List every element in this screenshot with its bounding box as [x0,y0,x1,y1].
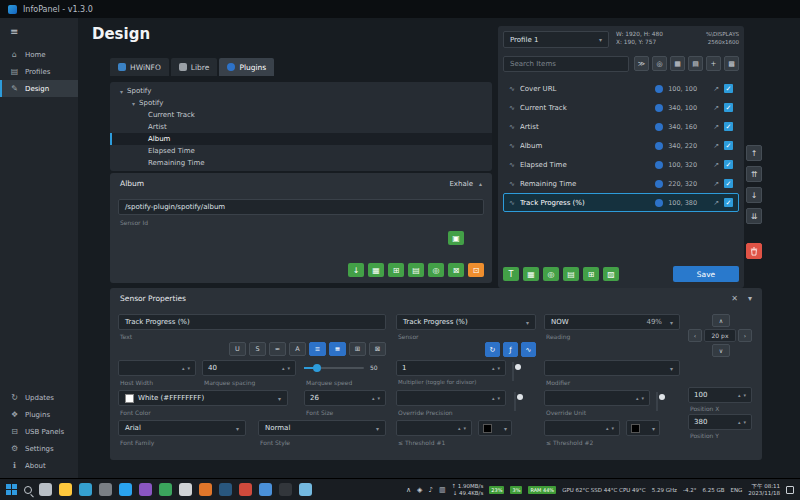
nudge-right-button[interactable]: › [738,329,752,342]
item-visible-checkbox[interactable] [724,160,733,169]
stepper-arrows-icon[interactable] [492,365,500,371]
sidebar-item-about[interactable]: ℹ About [0,457,78,474]
toolbar-button[interactable]: + [706,56,721,71]
tray-expand-icon[interactable]: ∧ [406,486,411,494]
host-width-stepper[interactable] [118,360,196,376]
sensor-action-button-warning[interactable]: ⊡ [468,263,484,277]
move-to-bottom-button[interactable]: ⇊ [746,208,762,224]
tab-plugins[interactable]: Plugins [219,58,274,76]
link-icon[interactable]: ↗ [713,104,719,112]
item-visible-checkbox[interactable] [724,84,733,93]
nudge-down-button[interactable]: ∨ [712,344,730,357]
sidebar-item-plugins[interactable]: ❖ Plugins [0,406,78,423]
tree-node-current-track[interactable]: Current Track [110,109,492,121]
move-up-button[interactable]: ↑ [746,145,762,161]
notification-center-icon[interactable] [786,486,794,494]
list-item[interactable]: ∿ Elapsed Time 100, 320 ↗ [503,155,739,174]
taskbar-app-icon[interactable] [199,483,212,496]
chevron-down-icon[interactable]: ▾ [132,100,135,107]
sensor-action-button[interactable]: ▦ [368,263,384,277]
toolbar-button[interactable]: ▤ [688,56,703,71]
close-icon[interactable]: ✕ [731,294,738,303]
add-item-button[interactable]: ▦ [523,267,539,281]
toolbar-button[interactable]: ≫ [634,56,649,71]
link-icon[interactable]: ↗ [713,123,719,131]
add-item-button[interactable]: ⊞ [583,267,599,281]
sensor-action-button[interactable]: ↓ [348,263,364,277]
underline-button[interactable]: U [229,342,246,356]
item-visible-checkbox[interactable] [724,141,733,150]
stepper-arrows-icon[interactable] [282,365,290,371]
sidebar-item-updates[interactable]: ↻ Updates [0,389,78,406]
list-item[interactable]: ∿ Remaining Time 220, 320 ↗ [503,174,739,193]
tray-icon[interactable]: ♪ [428,486,432,494]
tree-node-spotify[interactable]: ▾ Spotify [110,97,492,109]
sensor-id-input[interactable]: /spotify-plugin/spotify/album [118,199,484,215]
sensor-action-button[interactable]: ▤ [408,263,424,277]
add-item-button[interactable]: T [503,267,519,281]
add-item-button[interactable]: ▨ [603,267,619,281]
add-item-button[interactable]: ◎ [543,267,559,281]
delete-item-button[interactable] [746,243,762,259]
move-to-top-button[interactable]: ⇈ [746,166,762,182]
stepper-arrows-icon[interactable] [372,395,380,401]
taskbar-app-icon[interactable] [299,483,312,496]
taskbar-app-icon[interactable] [99,483,112,496]
taskbar-app-icon[interactable] [119,483,132,496]
reading-select[interactable]: NOW 49% [544,314,680,330]
sidebar-item-usb-panels[interactable]: ⊟ USB Panels [0,423,78,440]
refresh-sensor-button[interactable]: ↻ [485,342,500,357]
list-item-selected[interactable]: ∿ Track Progress (%) 100, 380 ↗ [503,193,739,212]
taskbar-app-icon[interactable] [79,483,92,496]
graph-button[interactable]: ∿ [521,342,536,357]
titlebar[interactable]: InfoPanel - v1.3.0 [0,0,800,18]
list-item[interactable]: ∿ Cover URL 100, 100 ↗ [503,79,739,98]
chevron-down-icon[interactable]: ▾ [120,88,123,95]
sidebar-item-settings[interactable]: ⚙ Settings [0,440,78,457]
stepper-arrows-icon[interactable] [738,392,746,398]
link-icon[interactable]: ↗ [713,161,719,169]
taskbar-app-icon[interactable] [219,483,232,496]
taskbar-search-icon[interactable] [24,486,32,494]
font-size-stepper[interactable]: 26 [304,390,386,406]
marquee-button[interactable]: ≈ [269,342,286,356]
sidebar-item-design[interactable]: ✎ Design [0,80,78,97]
threshold2-stepper[interactable] [544,420,620,436]
chevron-up-icon[interactable]: ▴ [479,180,482,187]
override-unit-toggle[interactable] [656,391,658,412]
task-view-icon[interactable] [39,483,52,496]
font-family-select[interactable]: Arial [118,420,246,436]
network-speed-monitor[interactable]: ↑ 1.90MB/s ↓ 49.4KB/s [452,483,484,497]
override-precision-toggle[interactable] [514,391,516,412]
nudge-left-button[interactable]: ‹ [688,329,702,342]
link-icon[interactable]: ↗ [713,142,719,150]
position-y-stepper[interactable]: 380 [688,414,752,430]
tab-libre[interactable]: Libre [171,58,218,76]
tree-node-artist[interactable]: Artist [110,121,492,133]
move-down-button[interactable]: ↓ [746,187,762,203]
taskbar-app-icon[interactable] [259,483,272,496]
link-icon[interactable]: ↗ [713,199,719,207]
strikethrough-button[interactable]: S [249,342,266,356]
collapse-icon[interactable]: ▾ [748,294,752,303]
border-button[interactable]: ⊞ [349,342,366,356]
tray-icon[interactable]: ◈ [417,486,422,494]
save-button[interactable]: Save [673,266,739,282]
autosize-button[interactable]: A [289,342,306,356]
threshold1-stepper[interactable] [396,420,472,436]
nudge-up-button[interactable]: ∧ [712,314,730,327]
tree-node-album[interactable]: Album [110,133,492,145]
tree-node-spotify-plugin[interactable]: ▾ Spotify [110,85,492,97]
search-input[interactable] [503,56,629,72]
override-unit-stepper[interactable] [544,390,650,406]
modifier-select[interactable] [544,360,680,376]
slider-handle[interactable] [313,364,321,372]
position-x-stepper[interactable]: 100 [688,387,752,403]
stepper-arrows-icon[interactable] [458,425,466,431]
stepper-arrows-icon[interactable] [738,419,746,425]
marquee-speed-slider[interactable] [304,360,364,376]
add-display-item-button[interactable]: ▣ [448,231,464,245]
sensor-action-button[interactable]: ⊞ [388,263,404,277]
tray-icon[interactable]: ▥ [439,486,446,494]
add-item-button[interactable]: ▤ [563,267,579,281]
